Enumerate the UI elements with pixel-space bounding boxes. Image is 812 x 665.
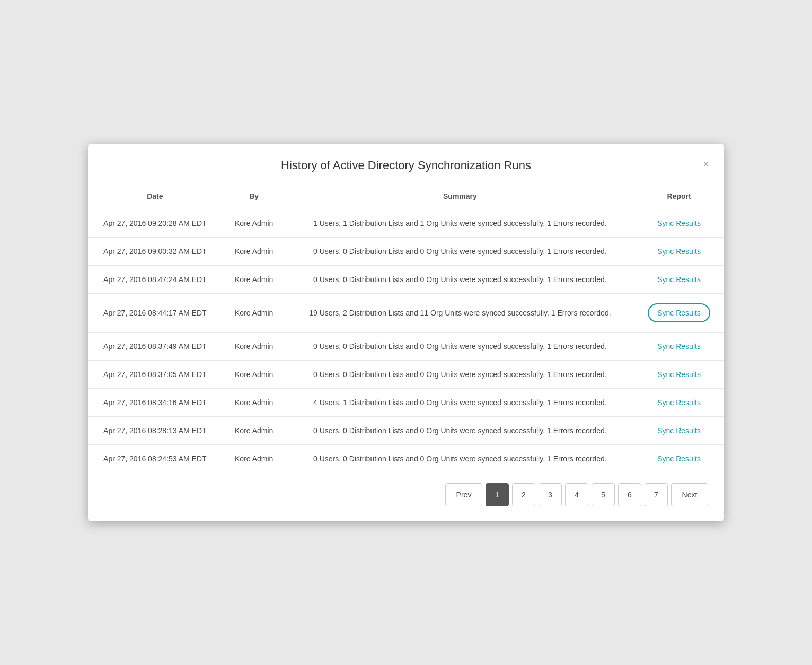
col-header-date: Date: [88, 183, 222, 209]
page-4-button[interactable]: 4: [565, 483, 588, 506]
col-header-report: Report: [634, 183, 724, 209]
cell-date: Apr 27, 2016 09:00:32 AM EDT: [88, 238, 222, 266]
sync-results-link[interactable]: Sync Results: [657, 370, 701, 379]
table-row: Apr 27, 2016 09:00:32 AM EDTKore Admin0 …: [88, 238, 724, 266]
cell-by: Kore Admin: [222, 389, 286, 417]
sync-results-link[interactable]: Sync Results: [657, 247, 701, 256]
sync-results-link[interactable]: Sync Results: [657, 275, 701, 284]
cell-report: Sync Results: [634, 417, 724, 445]
cell-report: Sync Results: [634, 332, 724, 361]
prev-button[interactable]: Prev: [445, 483, 482, 506]
cell-by: Kore Admin: [222, 361, 286, 389]
sync-results-link[interactable]: Sync Results: [657, 398, 701, 407]
col-header-by: By: [222, 183, 286, 209]
page-5-button[interactable]: 5: [592, 483, 615, 506]
cell-date: Apr 27, 2016 09:20:28 AM EDT: [88, 209, 222, 238]
cell-by: Kore Admin: [222, 209, 286, 238]
cell-summary: 0 Users, 0 Distribution Lists and 0 Org …: [286, 361, 634, 389]
cell-report: Sync Results: [634, 266, 724, 294]
cell-date: Apr 27, 2016 08:34:16 AM EDT: [88, 389, 222, 417]
cell-report: Sync Results: [634, 361, 724, 389]
cell-date: Apr 27, 2016 08:37:05 AM EDT: [88, 361, 222, 389]
cell-date: Apr 27, 2016 08:24:53 AM EDT: [88, 445, 222, 473]
cell-date: Apr 27, 2016 08:47:24 AM EDT: [88, 266, 222, 294]
table-row: Apr 27, 2016 08:44:17 AM EDTKore Admin19…: [88, 294, 724, 332]
cell-by: Kore Admin: [222, 332, 286, 361]
table-row: Apr 27, 2016 08:24:53 AM EDTKore Admin0 …: [88, 445, 724, 473]
table-row: Apr 27, 2016 08:34:16 AM EDTKore Admin4 …: [88, 389, 724, 417]
table-header-row: Date By Summary Report: [88, 183, 724, 209]
cell-summary: 0 Users, 0 Distribution Lists and 0 Org …: [286, 417, 634, 445]
table-container: Date By Summary Report Apr 27, 2016 09:2…: [88, 183, 724, 472]
cell-summary: 19 Users, 2 Distribution Lists and 11 Or…: [286, 294, 634, 332]
sync-results-link[interactable]: Sync Results: [657, 426, 701, 435]
sync-results-link[interactable]: Sync Results: [657, 342, 701, 351]
cell-summary: 1 Users, 1 Distribution Lists and 1 Org …: [286, 209, 634, 238]
cell-report: Sync Results: [634, 389, 724, 417]
cell-date: Apr 27, 2016 08:44:17 AM EDT: [88, 294, 222, 332]
table-row: Apr 27, 2016 09:20:28 AM EDTKore Admin1 …: [88, 209, 724, 238]
cell-by: Kore Admin: [222, 266, 286, 294]
sync-results-link[interactable]: Sync Results: [657, 454, 701, 463]
pagination-container: Prev 1 2 3 4 5 6 7 Next: [88, 472, 724, 521]
modal-title: History of Active Directory Synchronizat…: [114, 159, 698, 172]
cell-report: Sync Results: [634, 445, 724, 473]
cell-date: Apr 27, 2016 08:37:49 AM EDT: [88, 332, 222, 361]
next-button[interactable]: Next: [671, 483, 708, 506]
sync-history-table: Date By Summary Report Apr 27, 2016 09:2…: [88, 183, 724, 472]
modal-header: History of Active Directory Synchronizat…: [88, 144, 724, 183]
page-3-button[interactable]: 3: [539, 483, 562, 506]
cell-summary: 0 Users, 0 Distribution Lists and 0 Org …: [286, 445, 634, 473]
col-header-summary: Summary: [286, 183, 634, 209]
cell-date: Apr 27, 2016 08:28:13 AM EDT: [88, 417, 222, 445]
cell-by: Kore Admin: [222, 238, 286, 266]
cell-report: Sync Results: [634, 294, 724, 332]
cell-by: Kore Admin: [222, 417, 286, 445]
page-7-button[interactable]: 7: [645, 483, 668, 506]
table-row: Apr 27, 2016 08:47:24 AM EDTKore Admin0 …: [88, 266, 724, 294]
sync-results-link[interactable]: Sync Results: [648, 303, 710, 322]
cell-by: Kore Admin: [222, 294, 286, 332]
cell-by: Kore Admin: [222, 445, 286, 473]
cell-report: Sync Results: [634, 238, 724, 266]
close-button[interactable]: ×: [701, 156, 711, 171]
modal-container: History of Active Directory Synchronizat…: [88, 144, 724, 521]
cell-summary: 0 Users, 0 Distribution Lists and 0 Org …: [286, 332, 634, 361]
page-6-button[interactable]: 6: [618, 483, 641, 506]
cell-report: Sync Results: [634, 209, 724, 238]
table-row: Apr 27, 2016 08:28:13 AM EDTKore Admin0 …: [88, 417, 724, 445]
cell-summary: 4 Users, 1 Distribution Lists and 0 Org …: [286, 389, 634, 417]
sync-results-link[interactable]: Sync Results: [657, 219, 701, 228]
cell-summary: 0 Users, 0 Distribution Lists and 0 Org …: [286, 266, 634, 294]
cell-summary: 0 Users, 0 Distribution Lists and 0 Org …: [286, 238, 634, 266]
table-row: Apr 27, 2016 08:37:49 AM EDTKore Admin0 …: [88, 332, 724, 361]
page-2-button[interactable]: 2: [512, 483, 535, 506]
page-1-button[interactable]: 1: [486, 483, 509, 506]
table-row: Apr 27, 2016 08:37:05 AM EDTKore Admin0 …: [88, 361, 724, 389]
